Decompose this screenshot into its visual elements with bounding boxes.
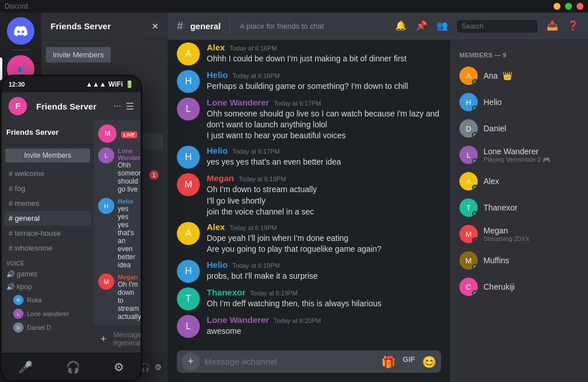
mobile-msg-text: Oh I'm down to stream actually — [118, 280, 141, 321]
minimize-button[interactable] — [554, 3, 560, 10]
message-content: Lone Wanderer Today at 6:20PM awesome — [207, 315, 441, 338]
members-icon[interactable]: 👥 — [436, 20, 448, 33]
message-content: Alex Today at 6:16PM Ohhh I could be dow… — [207, 42, 441, 65]
mobile-msg-avatar: M — [98, 124, 117, 143]
mobile-invite-button[interactable]: Invite Members — [5, 149, 90, 162]
mobile-channel-welcome[interactable]: # welcome — [4, 166, 91, 181]
mobile-settings-icon[interactable]: ⚙ — [114, 360, 124, 374]
member-item[interactable]: T Thanexor — [455, 195, 583, 220]
inbox-icon[interactable]: 📥 — [547, 20, 558, 33]
gift-icon[interactable]: 🎁 — [381, 355, 396, 369]
member-status: Streaming 20XX — [483, 235, 579, 242]
mobile-message-item: M Megan Oh I'm down to stream actually — [98, 274, 136, 321]
close-button[interactable] — [577, 3, 583, 10]
member-name: Alex — [483, 177, 579, 186]
member-avatar: A — [459, 67, 478, 85]
mobile-time: 12:30 — [9, 81, 25, 88]
member-name: Lone Wanderer — [483, 147, 579, 156]
mobile-mic-icon[interactable]: 🎤 — [18, 360, 33, 374]
mobile-vc-member-daniel[interactable]: D Daniel D — [2, 321, 94, 334]
chat-input-box: + 🎁 GIF 😊 — [177, 350, 441, 373]
member-info: Helio — [483, 98, 579, 107]
live-badge: LIVE — [121, 131, 137, 138]
message-avatar: H — [177, 70, 200, 93]
mobile-channel-fog[interactable]: # fog — [4, 181, 91, 196]
mobile-headphones-icon[interactable]: 🎧 — [66, 360, 80, 374]
mobile-channel-wholesome[interactable]: # wholesome — [4, 241, 91, 255]
members-header: MEMBERS — 9 — [455, 49, 583, 61]
message-author[interactable]: Lone Wanderer — [207, 315, 269, 325]
message-author[interactable]: Thanexor — [207, 287, 246, 297]
crown-icon: 👑 — [502, 71, 512, 80]
maximize-button[interactable] — [565, 3, 572, 10]
message-avatar: H — [177, 260, 200, 283]
message-group: M Megan Today at 6:18PM Oh I'm down to s… — [168, 172, 450, 219]
member-avatar: M — [459, 225, 478, 243]
mobile-channel-terrace[interactable]: # terrace-house — [4, 226, 91, 240]
help-icon[interactable]: ❓ — [567, 20, 579, 33]
mobile-server-name-small: Friends Server — [6, 128, 59, 137]
member-avatar: T — [459, 198, 478, 217]
member-name: Cherukiji — [483, 282, 579, 291]
mobile-vc-kpop[interactable]: 🔊 kpop — [2, 280, 94, 293]
server-icon-home[interactable] — [7, 17, 34, 45]
mobile-msg-text: yes yes yes that's an even better idea — [118, 205, 136, 269]
message-author[interactable]: Megan — [207, 173, 234, 183]
message-author[interactable]: Helio — [207, 260, 228, 270]
message-input[interactable] — [204, 350, 377, 373]
mobile-vc-member-roka[interactable]: R Roka — [2, 293, 94, 307]
streaming-indicator — [472, 237, 478, 243]
message-author[interactable]: Helio — [207, 70, 228, 80]
search-input[interactable] — [457, 20, 537, 33]
online-indicator — [472, 211, 478, 217]
member-item[interactable]: D Daniel — [455, 116, 583, 141]
member-avatar: M — [459, 251, 478, 270]
mobile-server-icon: F — [9, 97, 27, 115]
mobile-menu-icon[interactable]: ☰ — [126, 101, 134, 112]
mobile-vc-member-lone[interactable]: L Lone wanderer — [2, 307, 94, 321]
message-author[interactable]: Helio — [207, 146, 228, 155]
bell-icon[interactable]: 🔔 — [395, 20, 407, 33]
member-item[interactable]: C Cherukiji — [455, 274, 583, 299]
member-info: Cherukiji — [483, 282, 579, 291]
message-header: Megan Today at 6:18PM — [207, 173, 441, 183]
settings-icon[interactable]: ⚙ — [153, 361, 163, 373]
message-author[interactable]: Alex — [207, 222, 225, 232]
mobile-channel-memes[interactable]: # memes — [4, 196, 91, 211]
message-header: Helio Today at 6:19PM — [207, 260, 441, 270]
message-content: Thanexor Today at 6:19PM Oh I'm deff wat… — [207, 287, 441, 310]
add-attachment-button[interactable]: + — [181, 353, 200, 371]
channel-hash-icon: # — [177, 20, 183, 33]
chevron-down-icon: ✕ — [152, 22, 158, 31]
member-item[interactable]: L Lone Wanderer Playing Vermintide 2 🎮 — [455, 142, 583, 167]
message-timestamp: Today at 6:17PM — [274, 100, 322, 107]
window-controls[interactable] — [554, 3, 583, 10]
mobile-plus-icon[interactable]: + — [100, 333, 107, 345]
emoji-icon[interactable]: 😊 — [422, 355, 436, 369]
mobile-header: F Friends Server ··· ☰ — [2, 92, 141, 120]
message-author[interactable]: Alex — [207, 42, 225, 52]
server-header[interactable]: Friends Server ✕ — [41, 13, 168, 40]
message-author[interactable]: Lone Wanderer — [207, 98, 269, 107]
mobile-add-icon[interactable]: ··· — [114, 101, 121, 111]
gif-icon[interactable]: GIF — [403, 355, 415, 369]
title-bar-title: Discord — [5, 2, 28, 10]
pin-icon[interactable]: 📌 — [416, 20, 427, 33]
member-info: Thanexor — [483, 203, 579, 212]
mobile-input-placeholder[interactable]: Message #general — [114, 331, 141, 347]
member-item[interactable]: A Alex — [455, 169, 583, 194]
invite-members-button[interactable]: Invite Members — [46, 47, 111, 63]
message-text: awesome — [207, 326, 441, 337]
mobile-channel-general[interactable]: # general — [4, 211, 91, 225]
member-item[interactable]: M Muffins — [455, 248, 583, 273]
message-text: Perhaps a building game or something? I'… — [207, 81, 441, 92]
mobile-chat-panel: M LIVE L Lone Wanderer Ohh someone shoul… — [94, 120, 141, 353]
channel-topic: A place for friends to chat — [239, 22, 324, 30]
mobile-msg-avatar: M — [98, 274, 114, 290]
member-item[interactable]: M Megan Streaming 20XX — [455, 221, 583, 247]
mobile-vc-games[interactable]: 🔊 games — [2, 268, 94, 280]
member-item[interactable]: H Helio — [455, 89, 583, 115]
mobile-messages: M LIVE L Lone Wanderer Ohh someone shoul… — [94, 120, 141, 325]
member-item[interactable]: A Ana 👑 — [455, 63, 583, 88]
message-text: I just want to hear your beautiful voice… — [207, 130, 441, 141]
